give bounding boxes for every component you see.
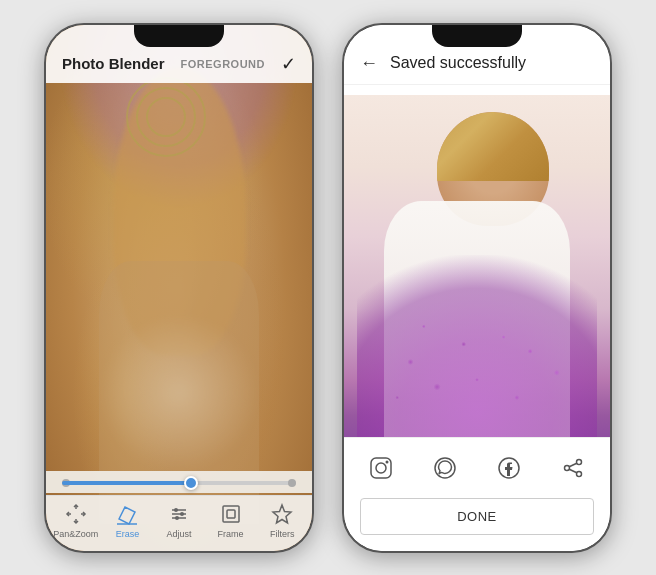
slider-thumb[interactable] (184, 476, 198, 490)
app-title: Photo Blender (62, 55, 165, 72)
frame-icon (219, 502, 243, 526)
adjust-icon (167, 502, 191, 526)
erase-label: Erase (116, 529, 140, 539)
phone-screen-1: Photo Blender FOREGROUND ✓ (46, 25, 312, 551)
svg-point-16 (376, 463, 386, 473)
share-button[interactable] (555, 450, 591, 486)
svg-point-20 (577, 459, 582, 464)
woman-figure (344, 95, 610, 451)
svg-point-22 (577, 471, 582, 476)
svg-line-23 (569, 463, 577, 467)
phone-notch-2 (432, 25, 522, 47)
phone-screen-2: ← Saved successfully (344, 25, 610, 551)
filters-label: Filters (270, 529, 295, 539)
saved-title: Saved successfully (390, 54, 526, 72)
svg-point-10 (180, 512, 184, 516)
phone-notch-1 (134, 25, 224, 47)
phone-1: Photo Blender FOREGROUND ✓ (44, 23, 314, 553)
whatsapp-button[interactable] (427, 450, 463, 486)
svg-marker-4 (119, 507, 135, 524)
confirm-icon[interactable]: ✓ (281, 53, 296, 75)
svg-point-11 (175, 516, 179, 520)
slider-track[interactable] (62, 481, 296, 485)
done-button[interactable]: DONE (360, 498, 594, 535)
slider-right-end (288, 479, 296, 487)
svg-marker-14 (273, 505, 291, 523)
svg-point-9 (174, 508, 178, 512)
toolbar-item-frame[interactable]: Frame (205, 502, 257, 539)
pan-zoom-label: Pan&Zoom (53, 529, 98, 539)
phone-2: ← Saved successfully (342, 23, 612, 553)
social-icons-row (360, 450, 594, 486)
adjust-label: Adjust (166, 529, 191, 539)
flower-particles (344, 95, 610, 451)
pan-zoom-icon (64, 502, 88, 526)
saved-photo-bg (344, 95, 610, 451)
back-button[interactable]: ← (360, 53, 378, 74)
svg-point-17 (386, 460, 389, 463)
slider-area (46, 471, 312, 493)
instagram-button[interactable] (363, 450, 399, 486)
svg-line-24 (569, 469, 577, 473)
svg-rect-12 (223, 506, 239, 522)
erase-icon (115, 502, 139, 526)
toolbar-item-erase[interactable]: Erase (102, 502, 154, 539)
frame-label: Frame (218, 529, 244, 539)
toolbar-item-pan-zoom[interactable]: Pan&Zoom (50, 502, 102, 539)
svg-rect-13 (227, 510, 235, 518)
filters-icon (270, 502, 294, 526)
svg-point-21 (565, 465, 570, 470)
facebook-button[interactable] (491, 450, 527, 486)
phone2-bottom-bar: DONE (344, 437, 610, 551)
slider-fill (62, 481, 191, 485)
mode-label: FOREGROUND (181, 58, 265, 70)
toolbar-item-filters[interactable]: Filters (256, 502, 308, 539)
spinner-overlay (126, 77, 206, 157)
phone1-toolbar: Pan&Zoom Erase (46, 495, 312, 551)
toolbar-item-adjust[interactable]: Adjust (153, 502, 205, 539)
spinner-ring-3 (146, 97, 186, 137)
saved-photo (344, 95, 610, 451)
